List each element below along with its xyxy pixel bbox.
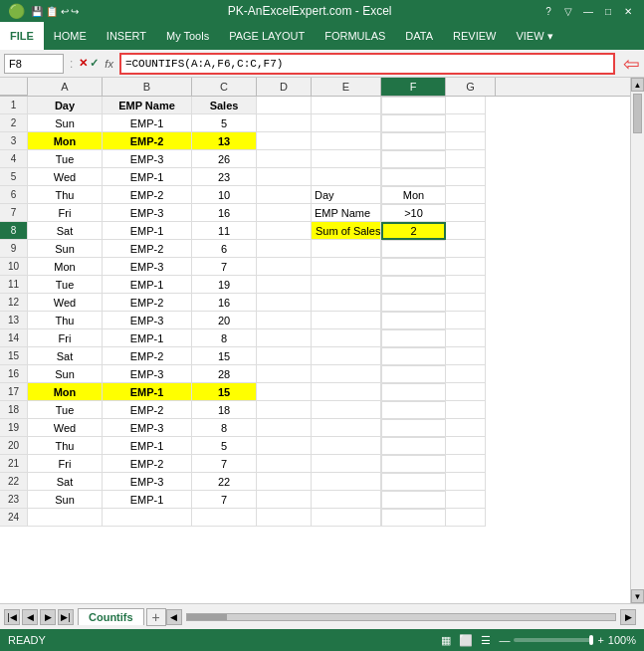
help-button[interactable]: ? (540, 3, 556, 19)
cell-c6[interactable]: 10 (192, 186, 257, 204)
view-layout-icon[interactable]: ⬜ (459, 634, 473, 647)
cell-e9[interactable] (312, 240, 381, 258)
cell-d6[interactable] (257, 186, 312, 204)
cell-a17[interactable]: Mon (28, 383, 103, 401)
cell-d10[interactable] (257, 258, 312, 276)
cell-d18[interactable] (257, 401, 312, 419)
zoom-slider-thumb[interactable] (589, 635, 593, 645)
window-controls[interactable]: ? ▽ — □ ✕ (540, 3, 636, 19)
cell-d9[interactable] (257, 240, 312, 258)
cell-a21[interactable]: Fri (28, 455, 103, 473)
cell-b4[interactable]: EMP-3 (103, 150, 192, 168)
cell-b20[interactable]: EMP-1 (103, 437, 192, 455)
cell-b8[interactable]: EMP-1 (103, 222, 192, 240)
cell-b21[interactable]: EMP-2 (103, 455, 192, 473)
cell-a13[interactable]: Thu (28, 312, 103, 329)
cell-a8[interactable]: Sat (28, 222, 103, 240)
cell-b12[interactable]: EMP-2 (103, 294, 192, 312)
cell-c15[interactable]: 15 (192, 347, 257, 365)
cell-c21[interactable]: 7 (192, 455, 257, 473)
cell-e20[interactable] (312, 437, 381, 455)
cell-f12[interactable] (381, 294, 446, 312)
cell-g10[interactable] (446, 258, 486, 276)
cell-c17[interactable]: 15 (192, 383, 257, 401)
cell-g24[interactable] (446, 509, 486, 527)
cell-e2[interactable] (312, 114, 381, 132)
hscroll-right[interactable]: ▶ (620, 609, 636, 625)
cell-d11[interactable] (257, 276, 312, 294)
cell-g9[interactable] (446, 240, 486, 258)
cell-e1[interactable] (312, 97, 381, 114)
cell-a1[interactable]: Day (28, 97, 103, 114)
sheet-tab-countifs[interactable]: Countifs (78, 608, 144, 625)
cell-e13[interactable] (312, 312, 381, 329)
cell-a19[interactable]: Wed (28, 419, 103, 437)
cell-e12[interactable] (312, 294, 381, 312)
cell-b24[interactable] (103, 509, 192, 527)
cell-g4[interactable] (446, 150, 486, 168)
cell-d1[interactable] (257, 97, 312, 114)
col-header-c[interactable]: C (192, 78, 257, 96)
cell-e7[interactable]: EMP Name (312, 204, 381, 222)
cell-f13[interactable] (381, 312, 446, 329)
cell-e16[interactable] (312, 365, 381, 383)
cell-c8[interactable]: 11 (192, 222, 257, 240)
add-sheet-button[interactable]: + (146, 608, 166, 626)
tab-home[interactable]: HOME (44, 22, 97, 50)
cell-g19[interactable] (446, 419, 486, 437)
cell-d5[interactable] (257, 168, 312, 186)
cell-e22[interactable] (312, 473, 381, 491)
cell-g5[interactable] (446, 168, 486, 186)
cell-d7[interactable] (257, 204, 312, 222)
cell-b23[interactable]: EMP-1 (103, 491, 192, 509)
cell-f20[interactable] (381, 437, 446, 455)
cell-g18[interactable] (446, 401, 486, 419)
cell-g23[interactable] (446, 491, 486, 509)
cell-c19[interactable]: 8 (192, 419, 257, 437)
cell-a22[interactable]: Sat (28, 473, 103, 491)
cell-b19[interactable]: EMP-3 (103, 419, 192, 437)
zoom-out-icon[interactable]: — (499, 634, 510, 646)
cell-c1[interactable]: Sales (192, 97, 257, 114)
cell-d4[interactable] (257, 150, 312, 168)
cell-e23[interactable] (312, 491, 381, 509)
cell-d14[interactable] (257, 329, 312, 347)
last-sheet-button[interactable]: ▶| (58, 609, 74, 625)
cell-b18[interactable]: EMP-2 (103, 401, 192, 419)
cell-a11[interactable]: Tue (28, 276, 103, 294)
cell-e11[interactable] (312, 276, 381, 294)
cell-a14[interactable]: Fri (28, 329, 103, 347)
cancel-icon[interactable]: ✕ (79, 57, 88, 70)
cell-a10[interactable]: Mon (28, 258, 103, 276)
cell-g11[interactable] (446, 276, 486, 294)
cell-c24[interactable] (192, 509, 257, 527)
cell-f16[interactable] (381, 365, 446, 383)
cell-e17[interactable] (312, 383, 381, 401)
cell-f6[interactable]: Mon (381, 186, 446, 204)
cell-a15[interactable]: Sat (28, 347, 103, 365)
cell-f8-active[interactable]: 2 (381, 222, 446, 240)
cell-f17[interactable] (381, 383, 446, 401)
zoom-in-icon[interactable]: + (597, 634, 603, 646)
tab-insert[interactable]: INSERT (97, 22, 156, 50)
hscroll-thumb[interactable] (187, 614, 227, 620)
cell-g2[interactable] (446, 114, 486, 132)
cell-a6[interactable]: Thu (28, 186, 103, 204)
zoom-slider-track[interactable] (514, 638, 593, 642)
ribbon-toggle[interactable]: ▽ (560, 3, 576, 19)
scroll-track[interactable] (631, 92, 644, 589)
cell-c3[interactable]: 13 (192, 132, 257, 150)
formula-input[interactable]: =COUNTIFS(A:A,F6,C:C,F7) (119, 53, 615, 75)
col-header-b[interactable]: B (103, 78, 192, 96)
cell-g13[interactable] (446, 312, 486, 329)
cell-a5[interactable]: Wed (28, 168, 103, 186)
cell-d24[interactable] (257, 509, 312, 527)
cell-g6[interactable] (446, 186, 486, 204)
prev-sheet-button[interactable]: ◀ (22, 609, 38, 625)
cell-d21[interactable] (257, 455, 312, 473)
cell-b22[interactable]: EMP-3 (103, 473, 192, 491)
first-sheet-button[interactable]: |◀ (4, 609, 20, 625)
cell-e24[interactable] (312, 509, 381, 527)
cell-f21[interactable] (381, 455, 446, 473)
cell-e3[interactable] (312, 132, 381, 150)
